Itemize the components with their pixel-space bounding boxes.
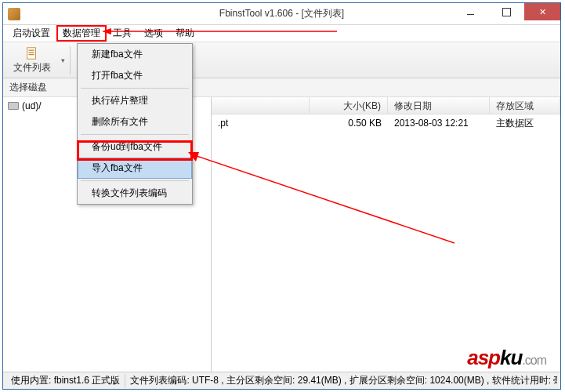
close-button[interactable] [524, 3, 560, 20]
status-version: 使用内置: fbinst1.6 正式版 [6, 374, 125, 387]
list-pane: 大小(KB) 修改日期 存放区域 .pt 0.50 KB 2013-08-03 … [212, 97, 560, 372]
col-area[interactable]: 存放区域 [490, 97, 560, 114]
statusbar: 使用内置: fbinst1.6 正式版 文件列表编码: UTF-8 , 主分区剩… [3, 372, 560, 389]
list-row[interactable]: .pt 0.50 KB 2013-08-03 12:21 主数据区 [212, 114, 560, 132]
menu-help[interactable]: 帮助 [169, 25, 201, 42]
col-name[interactable] [212, 97, 310, 114]
data-manage-dropdown: 新建fba文件 打开fba文件 执行碎片整理 删除所有文件 备份ud到fba文件… [77, 43, 193, 205]
status-space: 文件列表编码: UTF-8 , 主分区剩余空间: 29.41(MB) , 扩展分… [125, 374, 557, 387]
list-header: 大小(KB) 修改日期 存放区域 [212, 97, 560, 114]
document-icon [24, 46, 40, 60]
cell-date: 2013-08-03 12:21 [388, 116, 490, 130]
col-size[interactable]: 大小(KB) [310, 97, 388, 114]
toolbar-separator [70, 46, 71, 74]
cell-area: 主数据区 [490, 115, 560, 132]
dd-separator [81, 134, 189, 135]
titlebar: FbinstTool v1.606 - [文件列表] [3, 3, 560, 25]
window-title: FbinstTool v1.606 - [文件列表] [219, 7, 344, 20]
maximize-button[interactable] [488, 3, 524, 20]
tree-root-label: (ud)/ [22, 100, 42, 111]
dd-import-fba[interactable]: 导入fba文件 [78, 158, 192, 179]
col-date[interactable]: 修改日期 [388, 97, 490, 114]
app-icon [8, 8, 20, 20]
watermark: aspku.com [467, 346, 546, 370]
menubar: 启动设置 数据管理 工具 选项 帮助 [3, 25, 560, 42]
cell-name: .pt [212, 116, 310, 130]
menu-startup[interactable]: 启动设置 [6, 25, 56, 42]
svg-rect-2 [29, 52, 34, 53]
menu-options[interactable]: 选项 [138, 25, 169, 42]
cell-size: 0.50 KB [310, 116, 388, 130]
dd-new-fba[interactable]: 新建fba文件 [78, 44, 192, 65]
svg-rect-3 [29, 53, 34, 54]
svg-rect-0 [27, 47, 36, 58]
filelist-label: 文件列表 [13, 61, 51, 74]
window-controls [452, 3, 560, 20]
dropdown-arrow-icon[interactable]: ▾ [61, 56, 65, 64]
disk-icon [8, 102, 19, 110]
menu-tools[interactable]: 工具 [107, 25, 138, 42]
dd-delete-all[interactable]: 删除所有文件 [78, 111, 192, 132]
menu-data-manage[interactable]: 数据管理 [56, 25, 107, 42]
dd-open-fba[interactable]: 打开fba文件 [78, 65, 192, 86]
minimize-button[interactable] [452, 3, 488, 20]
svg-rect-1 [29, 49, 34, 50]
dd-defrag[interactable]: 执行碎片整理 [78, 90, 192, 111]
disk-selector-label: 选择磁盘 [9, 81, 47, 94]
dd-separator [81, 88, 189, 89]
dd-convert-encoding[interactable]: 转换文件列表编码 [78, 183, 192, 204]
dd-separator [81, 180, 189, 181]
dd-backup-ud[interactable]: 备份ud到fba文件 [78, 136, 192, 158]
filelist-button[interactable]: 文件列表 [8, 44, 56, 77]
